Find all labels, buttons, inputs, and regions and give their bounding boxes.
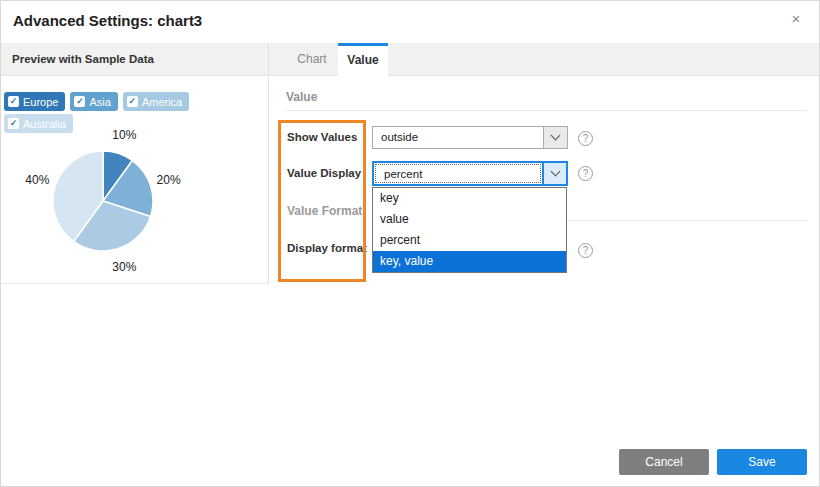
chevron-down-icon[interactable] (543, 127, 567, 148)
dropdown-option-value[interactable]: value (373, 209, 566, 230)
show-values-value: outside (373, 127, 543, 148)
value-display-value: percent (376, 165, 540, 182)
show-values-label: Show Values (287, 131, 357, 143)
pie-value-label: 30% (112, 260, 136, 274)
divider (286, 110, 807, 111)
preview-panel: ✓Europe✓Asia✓America✓Australia 10%20%30%… (1, 76, 269, 284)
display-format-label: Display format (287, 242, 367, 254)
help-icon-show-values[interactable]: ? (578, 131, 593, 146)
show-values-select[interactable]: outside (372, 126, 568, 149)
preview-header: Preview with Sample Data (1, 43, 269, 76)
help-icon-display-format[interactable]: ? (578, 243, 593, 258)
value-display-select[interactable]: percent (372, 161, 568, 186)
checkbox-checked-icon: ✓ (8, 96, 19, 107)
save-button[interactable]: Save (717, 449, 807, 475)
value-display-label: Value Display (287, 167, 361, 179)
dropdown-option-key[interactable]: key (373, 188, 566, 209)
pie-value-label: 10% (112, 128, 136, 142)
section-title-value: Value (286, 90, 317, 104)
header-strip: Preview with Sample Data (1, 43, 819, 76)
legend-chip-asia[interactable]: ✓Asia (70, 92, 117, 111)
advanced-settings-dialog: Advanced Settings: chart3 × Preview with… (0, 0, 820, 487)
checkbox-checked-icon: ✓ (127, 96, 138, 107)
preview-label: Preview with Sample Data (12, 53, 154, 65)
checkbox-checked-icon: ✓ (74, 96, 85, 107)
title-bar: Advanced Settings: chart3 × (1, 1, 819, 43)
dialog-title: Advanced Settings: chart3 (13, 12, 202, 29)
legend-chip-label: Asia (89, 96, 110, 108)
value-display-dropdown-list: keyvaluepercentkey, value (372, 187, 567, 273)
cancel-button[interactable]: Cancel (619, 449, 709, 475)
dropdown-option-key-value[interactable]: key, value (373, 251, 566, 272)
pie-value-label: 20% (157, 173, 181, 187)
tab-chart[interactable]: Chart (286, 43, 338, 76)
legend-chip-label: America (142, 96, 182, 108)
tab-value[interactable]: Value (338, 43, 388, 77)
close-icon[interactable]: × (787, 10, 805, 28)
dropdown-option-percent[interactable]: percent (373, 230, 566, 251)
chevron-down-icon[interactable] (542, 163, 566, 184)
value-format-label: Value Format (287, 204, 362, 218)
legend-chip-label: Europe (23, 96, 58, 108)
legend-chip-america[interactable]: ✓America (123, 92, 189, 111)
help-icon-value-display[interactable]: ? (578, 166, 593, 181)
legend-chip-europe[interactable]: ✓Europe (4, 92, 65, 111)
pie-value-label: 40% (25, 173, 49, 187)
pie-chart: 10%20%30%40% (1, 113, 269, 283)
annotation-highlight-box (278, 120, 366, 282)
